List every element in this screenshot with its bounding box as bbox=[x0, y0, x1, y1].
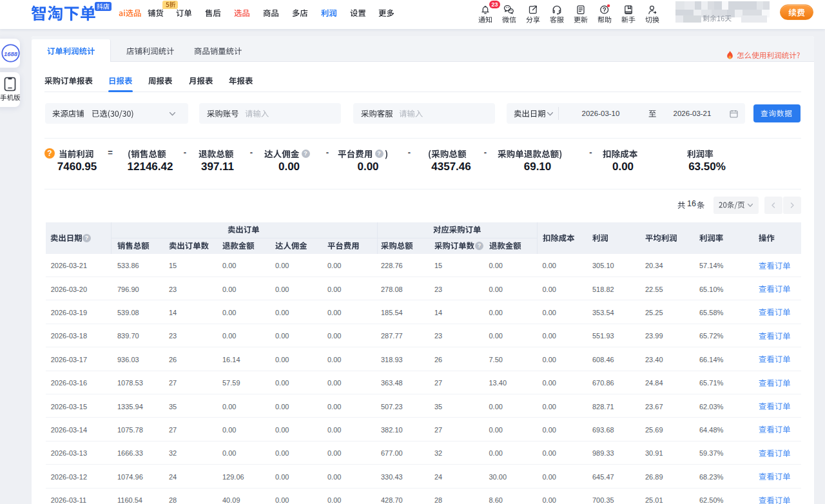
svg-text:1688: 1688 bbox=[4, 50, 18, 57]
